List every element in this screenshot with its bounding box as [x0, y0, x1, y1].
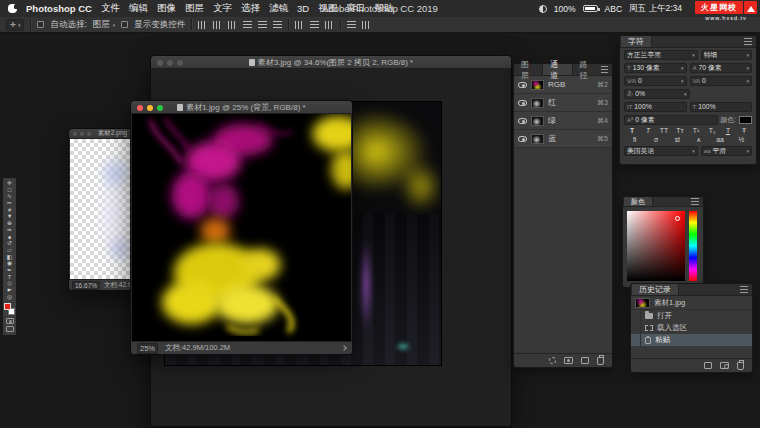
baseline-shift-field[interactable]: Aª 0 像素	[624, 115, 718, 125]
history-brush-tool[interactable]: ↺	[3, 240, 16, 247]
saturation-brightness-picker[interactable]	[627, 211, 685, 281]
hue-slider[interactable]	[689, 211, 697, 281]
menu-filter[interactable]: 滤镜	[269, 2, 288, 15]
input-source[interactable]: ABC	[605, 4, 622, 14]
menu-layer[interactable]: 图层	[185, 2, 204, 15]
quick-mask-button[interactable]	[6, 318, 14, 324]
vertical-scale-field[interactable]: IT 100%	[624, 102, 687, 112]
history-snapshot-row[interactable]: 素材1.jpg	[631, 296, 752, 310]
history-step-load-selection[interactable]: 载入选区	[631, 322, 752, 334]
brush-tool[interactable]: ✑	[3, 227, 16, 234]
zoom-window-button[interactable]	[157, 105, 163, 111]
shape-tool[interactable]: ◇	[3, 280, 16, 287]
panel-menu-icon[interactable]	[691, 198, 699, 205]
auto-select-target-dropdown[interactable]: 图层 ▾	[93, 19, 116, 31]
ligatures-button[interactable]: fi	[624, 136, 645, 143]
eyedropper-tool[interactable]: ▼	[3, 213, 16, 220]
distribute-spacing-icon[interactable]	[325, 21, 334, 29]
font-style-select[interactable]: 特细 ▾	[701, 50, 752, 60]
text-color-swatch[interactable]	[739, 116, 752, 124]
delete-state-icon[interactable]	[737, 362, 744, 370]
close-button[interactable]	[157, 60, 163, 66]
visibility-eye-icon[interactable]	[518, 82, 527, 88]
type-tool[interactable]: T	[3, 274, 16, 281]
auto-select-checkbox[interactable]	[37, 21, 44, 28]
new-channel-icon[interactable]	[581, 357, 589, 364]
3d-rotate-icon[interactable]	[362, 21, 371, 29]
underline-button[interactable]: T	[720, 127, 736, 134]
minimize-button[interactable]	[80, 132, 84, 136]
history-step-paste[interactable]: 粘贴	[631, 334, 752, 346]
tab-layers[interactable]: 图层	[514, 64, 542, 75]
visibility-eye-icon[interactable]	[518, 100, 527, 106]
close-button[interactable]	[73, 132, 77, 136]
tab-history[interactable]: 历史记录	[631, 284, 679, 295]
minimize-button[interactable]	[147, 105, 153, 111]
tab-color[interactable]: 颜色	[623, 197, 653, 206]
faux-bold-button[interactable]: T	[624, 127, 640, 134]
visibility-eye-icon[interactable]	[518, 136, 527, 142]
distribute-horizontal-icon[interactable]	[295, 21, 304, 29]
align-middle-icon[interactable]	[258, 21, 267, 29]
tab-character[interactable]: 字符	[620, 36, 652, 47]
blur-tool[interactable]: ◉	[3, 260, 16, 267]
swash-button[interactable]: ᴀ	[688, 136, 709, 143]
gradient-tool[interactable]: ◧	[3, 254, 16, 261]
menu-type[interactable]: 文字	[213, 2, 232, 15]
align-right-icon[interactable]	[228, 21, 237, 29]
tool-preset-picker[interactable]: ✛ ▾	[6, 19, 24, 31]
title-bar[interactable]: 素材3.jpg @ 34.6%(图层 2 拷贝 2, RGB/8) *	[151, 56, 511, 69]
small-caps-button[interactable]: Tᴛ	[672, 127, 688, 134]
distribute-vertical-icon[interactable]	[310, 21, 319, 29]
discretionary-ligatures-button[interactable]: st	[667, 136, 688, 143]
tracking-field[interactable]: VA 0 ▾	[690, 76, 753, 86]
zoom-window-button[interactable]	[177, 60, 183, 66]
align-left-icon[interactable]	[198, 21, 207, 29]
language-select[interactable]: 美国英语 ▾	[624, 146, 698, 156]
history-step-open[interactable]: 打开	[631, 310, 752, 322]
anti-alias-select[interactable]: aa 平滑 ▾	[701, 146, 752, 156]
history-brush-source-column[interactable]	[631, 322, 641, 334]
save-selection-as-channel-icon[interactable]	[564, 357, 573, 364]
panel-menu-icon[interactable]	[740, 286, 748, 293]
menu-edit[interactable]: 编辑	[129, 2, 148, 15]
quick-selection-tool[interactable]: ✏	[3, 200, 16, 207]
battery-icon[interactable]	[583, 5, 598, 12]
marquee-tool[interactable]: □	[3, 187, 16, 194]
status-options-arrow-icon[interactable]	[341, 345, 347, 351]
clone-stamp-tool[interactable]: ∎	[3, 234, 16, 241]
healing-brush-tool[interactable]: ⊕	[3, 220, 16, 227]
color-picker-cursor[interactable]	[675, 216, 680, 221]
tab-paths[interactable]: 路径	[573, 64, 601, 75]
close-button[interactable]	[137, 105, 143, 111]
panel-menu-icon[interactable]	[601, 66, 608, 73]
load-selection-icon[interactable]	[549, 357, 556, 364]
fractions-button[interactable]: ½	[731, 136, 752, 143]
strikethrough-button[interactable]: Ŧ	[736, 127, 752, 134]
show-transform-checkbox[interactable]	[121, 21, 128, 28]
3d-mode-icon[interactable]	[347, 21, 356, 29]
hand-tool[interactable]: ☛	[3, 287, 16, 294]
new-snapshot-icon[interactable]	[720, 362, 729, 369]
screen-mode-button[interactable]	[6, 326, 14, 332]
horizontal-scale-field[interactable]: T 100%	[690, 102, 753, 112]
channel-row-green[interactable]: 绿 ⌘4	[514, 112, 612, 130]
faux-italic-button[interactable]: T	[640, 127, 656, 134]
align-center-horizontal-icon[interactable]	[213, 21, 222, 29]
history-brush-source-column[interactable]	[631, 310, 641, 322]
delete-channel-icon[interactable]	[597, 357, 604, 365]
font-family-select[interactable]: 方正兰亭黑 ▾	[624, 50, 698, 60]
proportional-spacing-field[interactable]: あ 0% ▾	[624, 89, 690, 99]
app-menu[interactable]: Photoshop CC	[26, 3, 92, 14]
tab-channels[interactable]: 通道	[542, 64, 572, 75]
title-bar[interactable]: 素材1.jpg @ 25% (背景, RGB/8) *	[131, 101, 352, 114]
contextual-alternates-button[interactable]: σ	[645, 136, 666, 143]
clock[interactable]: 周五 上午2:34	[629, 3, 682, 15]
apple-menu-icon[interactable]	[8, 4, 17, 13]
visibility-eye-icon[interactable]	[518, 118, 527, 124]
zoom-level-field[interactable]: 16.67%	[72, 281, 100, 290]
menu-file[interactable]: 文件	[101, 2, 120, 15]
align-bottom-icon[interactable]	[273, 21, 282, 29]
zoom-window-button[interactable]	[87, 132, 91, 136]
display-status-icon[interactable]	[539, 5, 547, 13]
